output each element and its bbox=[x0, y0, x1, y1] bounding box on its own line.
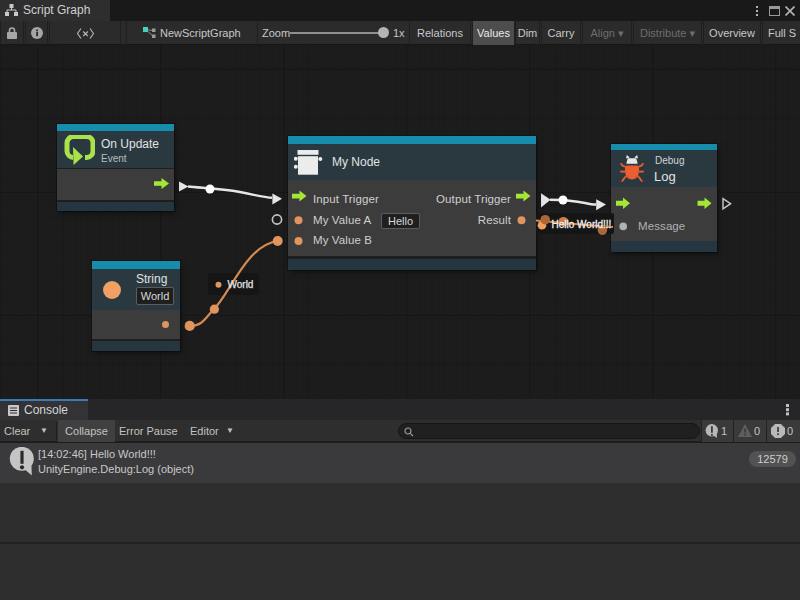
svg-text:Hello World!!!: Hello World!!! bbox=[552, 219, 612, 230]
